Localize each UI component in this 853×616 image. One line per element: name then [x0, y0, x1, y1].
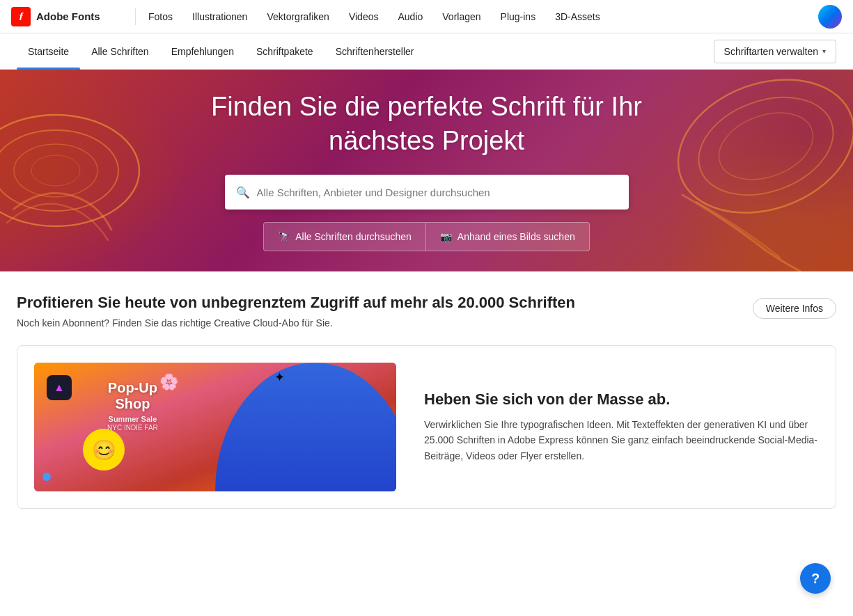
top-navigation: f Adobe Fonts Fotos Illustrationen Vekto…: [0, 0, 853, 33]
nav-link-illustrationen[interactable]: Illustrationen: [182, 0, 257, 33]
promo-subtitle: Noch kein Abonnent? Finden Sie das richt…: [17, 317, 575, 329]
search-input[interactable]: [257, 187, 618, 198]
nav-link-fotos[interactable]: Fotos: [139, 0, 182, 33]
browse-all-fonts-button[interactable]: 🔭 Alle Schriften durchsuchen: [263, 222, 425, 251]
secondary-navigation: Startseite Alle Schriften Empfehlungen S…: [0, 33, 853, 70]
search-icon: 🔍: [236, 186, 250, 199]
top-nav-links: Fotos Illustrationen Vektorgrafiken Vide…: [139, 0, 818, 33]
secondary-nav-alle-schriften[interactable]: Alle Schriften: [80, 33, 159, 70]
nav-link-3d-assets[interactable]: 3D-Assets: [545, 0, 610, 33]
dot-decoration: [42, 473, 51, 481]
secondary-nav-empfehlungen[interactable]: Empfehlungen: [160, 33, 245, 70]
popup-shop-overlay-text: Pop-Up Shop Summer Sale NYC INDIE FAR: [107, 380, 158, 432]
help-button[interactable]: ?: [800, 563, 831, 594]
card-content: Heben Sie sich von der Masse ab. Verwirk…: [424, 390, 819, 464]
hero-title: Finden Sie die perfekte Schrift für Ihr …: [176, 90, 678, 159]
chevron-down-icon: ▾: [822, 47, 826, 55]
secondary-nav-schriftenhersteller[interactable]: Schriftenhersteller: [324, 33, 425, 70]
feature-card: 😊 🌸 ✦ ▲ Pop-Up Shop Summer Sale NYC INDI…: [17, 345, 836, 509]
nav-link-vektorgrafiken[interactable]: Vektorgrafiken: [257, 0, 339, 33]
adobe-fonts-icon: f: [11, 7, 31, 26]
promo-title: Profitieren Sie heute von unbegrenztem Z…: [17, 294, 575, 312]
adobe-express-icon: ▲: [47, 375, 72, 400]
card-image: 😊 🌸 ✦ ▲ Pop-Up Shop Summer Sale NYC INDI…: [34, 363, 396, 491]
binoculars-icon: 🔭: [278, 231, 290, 242]
user-avatar[interactable]: [818, 5, 842, 29]
person-silhouette: [215, 363, 396, 491]
nav-link-vorlagen[interactable]: Vorlagen: [432, 0, 490, 33]
nav-link-plugins[interactable]: Plug-ins: [491, 0, 546, 33]
hero-section: Finden Sie die perfekte Schrift für Ihr …: [0, 70, 853, 271]
manage-fonts-label: Schriftarten verwalten: [724, 46, 818, 57]
card-image-background: 😊 🌸 ✦ ▲ Pop-Up Shop Summer Sale NYC INDI…: [34, 363, 396, 491]
hero-action-buttons: 🔭 Alle Schriften durchsuchen 📷 Anhand ei…: [263, 222, 589, 251]
more-info-button[interactable]: Weitere Infos: [753, 298, 836, 319]
secondary-nav-links: Startseite Alle Schriften Empfehlungen S…: [17, 33, 714, 70]
browse-all-fonts-label: Alle Schriften durchsuchen: [295, 231, 412, 242]
secondary-nav-schriftpakete[interactable]: Schriftpakete: [245, 33, 324, 70]
nav-link-audio[interactable]: Audio: [388, 0, 432, 33]
smiley-decoration: 😊: [83, 429, 125, 471]
manage-fonts-button[interactable]: Schriftarten verwalten ▾: [714, 40, 836, 63]
flower-decoration: 🌸: [159, 373, 178, 391]
card-description: Verwirklichen Sie Ihre typografischen Id…: [424, 417, 819, 464]
card-title: Heben Sie sich von der Masse ab.: [424, 390, 819, 409]
hero-search-bar: 🔍: [225, 175, 629, 210]
brand-logo[interactable]: f Adobe Fonts: [11, 7, 116, 26]
nav-divider: [135, 8, 136, 25]
brand-name: Adobe Fonts: [36, 10, 100, 22]
secondary-nav-startseite[interactable]: Startseite: [17, 33, 80, 70]
nav-link-videos[interactable]: Videos: [339, 0, 389, 33]
star-decoration: ✦: [274, 370, 285, 385]
promo-section: Profitieren Sie heute von unbegrenztem Z…: [0, 271, 853, 342]
search-by-image-label: Anhand eines Bilds suchen: [457, 231, 575, 242]
camera-icon: 📷: [440, 231, 452, 242]
promo-text-block: Profitieren Sie heute von unbegrenztem Z…: [17, 294, 575, 329]
search-by-image-button[interactable]: 📷 Anhand eines Bilds suchen: [425, 222, 590, 251]
